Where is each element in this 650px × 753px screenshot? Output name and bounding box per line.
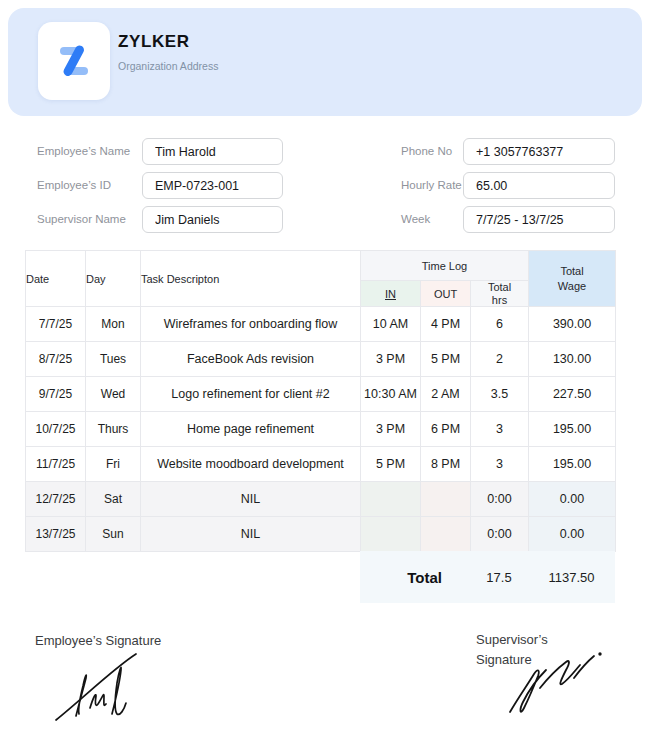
- header-banner: ZYLKER Organization Address: [8, 8, 642, 116]
- table-row: 12/7/25SatNIL0:000.00: [26, 482, 616, 517]
- total-wage-value: 1137.50: [528, 570, 615, 585]
- supervisor-name-input[interactable]: [142, 206, 283, 233]
- col-header-task: Task Descripton: [141, 251, 361, 307]
- col-header-total-wage: Total Wage: [529, 251, 616, 307]
- cell-task: Logo refinement for client #2: [141, 377, 361, 412]
- timesheet-page: ZYLKER Organization Address Employee’s N…: [0, 0, 650, 753]
- totals-band: Total 17.5 1137.50: [360, 551, 615, 603]
- timesheet-table: Date Day Task Descripton Time Log Total …: [25, 250, 616, 552]
- cell-out: [421, 482, 471, 517]
- cell-in: 5 PM: [361, 447, 421, 482]
- company-name: ZYLKER: [118, 32, 190, 52]
- supervisor-signature-icon: [498, 648, 616, 720]
- cell-wage: 195.00: [529, 412, 616, 447]
- cell-day: Mon: [86, 307, 141, 342]
- cell-task: NIL: [141, 517, 361, 552]
- employee-signature-icon: [46, 650, 164, 730]
- employee-signature-label: Employee’s Signature: [35, 633, 161, 648]
- cell-task: NIL: [141, 482, 361, 517]
- cell-date: 11/7/25: [26, 447, 86, 482]
- cell-hrs: 6: [471, 307, 529, 342]
- cell-in: [361, 517, 421, 552]
- cell-task: FaceBook Ads revision: [141, 342, 361, 377]
- phone-input[interactable]: [463, 138, 615, 165]
- cell-task: Home page refinement: [141, 412, 361, 447]
- col-header-out: OUT: [421, 281, 471, 307]
- cell-out: 6 PM: [421, 412, 471, 447]
- table-row: 13/7/25SunNIL0:000.00: [26, 517, 616, 552]
- cell-day: Tues: [86, 342, 141, 377]
- in-label: IN: [385, 288, 396, 300]
- cell-wage: 195.00: [529, 447, 616, 482]
- hourly-rate-input[interactable]: [463, 172, 615, 199]
- employee-name-label: Employee’s Name: [37, 138, 130, 165]
- col-header-total-hrs: Total hrs: [471, 281, 529, 307]
- cell-date: 9/7/25: [26, 377, 86, 412]
- cell-wage: 130.00: [529, 342, 616, 377]
- cell-day: Wed: [86, 377, 141, 412]
- employee-id-input[interactable]: [142, 172, 283, 199]
- cell-in: 3 PM: [361, 412, 421, 447]
- supervisor-name-label: Supervisor Name: [37, 206, 126, 233]
- cell-task: Wireframes for onboarding flow: [141, 307, 361, 342]
- cell-out: 8 PM: [421, 447, 471, 482]
- company-address: Organization Address: [118, 60, 218, 72]
- cell-hrs: 3: [471, 412, 529, 447]
- cell-task: Website moodboard development: [141, 447, 361, 482]
- cell-wage: 0.00: [529, 517, 616, 552]
- table-row: 10/7/25ThursHome page refinement3 PM6 PM…: [26, 412, 616, 447]
- table-row: 11/7/25FriWebsite moodboard development5…: [26, 447, 616, 482]
- cell-in: 10 AM: [361, 307, 421, 342]
- cell-out: 4 PM: [421, 307, 471, 342]
- timesheet-body: 7/7/25MonWireframes for onboarding flow1…: [26, 307, 616, 552]
- table-row: 8/7/25TuesFaceBook Ads revision3 PM5 PM2…: [26, 342, 616, 377]
- week-input[interactable]: [463, 206, 615, 233]
- cell-in: 10:30 AM: [361, 377, 421, 412]
- cell-date: 8/7/25: [26, 342, 86, 377]
- week-label: Week: [401, 206, 430, 233]
- cell-date: 10/7/25: [26, 412, 86, 447]
- cell-date: 12/7/25: [26, 482, 86, 517]
- cell-wage: 227.50: [529, 377, 616, 412]
- employee-id-label: Employee’s ID: [37, 172, 111, 199]
- cell-hrs: 0:00: [471, 517, 529, 552]
- total-hours-value: 17.5: [470, 570, 528, 585]
- cell-hrs: 3: [471, 447, 529, 482]
- cell-date: 13/7/25: [26, 517, 86, 552]
- cell-hrs: 2: [471, 342, 529, 377]
- cell-date: 7/7/25: [26, 307, 86, 342]
- table-row: 7/7/25MonWireframes for onboarding flow1…: [26, 307, 616, 342]
- cell-wage: 390.00: [529, 307, 616, 342]
- employee-name-input[interactable]: [142, 138, 283, 165]
- cell-day: Fri: [86, 447, 141, 482]
- logo-z-icon: [50, 37, 98, 85]
- cell-out: 5 PM: [421, 342, 471, 377]
- cell-out: [421, 517, 471, 552]
- cell-in: [361, 482, 421, 517]
- cell-hrs: 0:00: [471, 482, 529, 517]
- col-header-time-log: Time Log: [361, 251, 529, 281]
- table-row: 9/7/25WedLogo refinement for client #210…: [26, 377, 616, 412]
- cell-in: 3 PM: [361, 342, 421, 377]
- col-header-in: IN: [361, 281, 421, 307]
- cell-hrs: 3.5: [471, 377, 529, 412]
- total-label: Total: [360, 569, 470, 586]
- col-header-date: Date: [26, 251, 86, 307]
- cell-wage: 0.00: [529, 482, 616, 517]
- hourly-rate-label: Hourly Rate: [401, 172, 462, 199]
- cell-out: 2 AM: [421, 377, 471, 412]
- col-header-day: Day: [86, 251, 141, 307]
- cell-day: Thurs: [86, 412, 141, 447]
- cell-day: Sat: [86, 482, 141, 517]
- cell-day: Sun: [86, 517, 141, 552]
- company-logo: [38, 22, 110, 100]
- phone-label: Phone No: [401, 138, 452, 165]
